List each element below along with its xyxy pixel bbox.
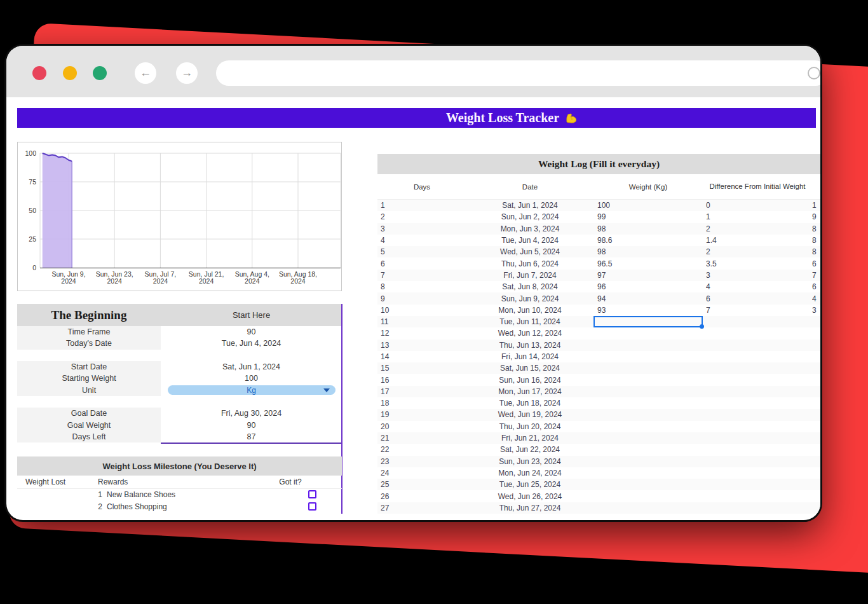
reward-name[interactable]: New Balance Shoes <box>107 490 175 499</box>
field-value[interactable] <box>161 350 342 361</box>
cell-date[interactable]: Sat, Jun 8, 2024 <box>466 282 593 291</box>
cell-difference[interactable]: 6 <box>703 294 812 303</box>
cell-weight[interactable] <box>593 351 703 362</box>
cell-date[interactable]: Thu, Jun 27, 2024 <box>466 504 593 512</box>
minimize-window-button[interactable] <box>63 66 77 80</box>
cell-date[interactable]: Sun, Jun 23, 2024 <box>466 457 593 466</box>
cell-weight[interactable] <box>593 340 703 351</box>
field-value[interactable]: 100 <box>161 373 342 384</box>
cell-date[interactable]: Sun, Jun 16, 2024 <box>466 376 593 385</box>
field-value[interactable]: 87 <box>161 431 342 443</box>
cell-day[interactable]: 14 <box>377 352 466 361</box>
cell-weight[interactable]: 94 <box>593 292 703 304</box>
cell-day[interactable]: 27 <box>377 504 466 512</box>
cell-day[interactable]: 21 <box>377 434 466 443</box>
cell-difference[interactable]: 2 <box>703 247 812 256</box>
cell-date[interactable]: Sun, Jun 2, 2024 <box>466 212 593 221</box>
cell-difference[interactable]: 1 <box>703 212 812 221</box>
cell-date[interactable]: Tue, Jun 25, 2024 <box>466 480 593 489</box>
cell-date[interactable]: Sat, Jun 1, 2024 <box>466 201 593 210</box>
cell-day[interactable]: 6 <box>377 259 466 268</box>
cell-date[interactable]: Fri, Jun 14, 2024 <box>466 352 593 361</box>
cell-weight[interactable]: 96.5 <box>593 257 703 269</box>
cell-weight[interactable]: 96 <box>593 281 703 292</box>
cell-date[interactable]: Sat, Jun 22, 2024 <box>466 445 593 454</box>
cell-date[interactable]: Thu, Jun 6, 2024 <box>466 259 593 268</box>
cell-day[interactable]: 25 <box>377 480 466 489</box>
cell-weight[interactable]: 99 <box>593 211 703 223</box>
cell-weight[interactable] <box>593 432 703 444</box>
close-window-button[interactable] <box>32 66 46 80</box>
cell-day[interactable]: 17 <box>377 387 466 396</box>
cell-day[interactable]: 16 <box>377 376 466 385</box>
cell-difference[interactable]: 7 <box>703 306 812 315</box>
cell-day[interactable]: 11 <box>377 317 466 326</box>
cell-difference[interactable]: 3.5 <box>703 259 812 268</box>
cell-date[interactable]: Tue, Jun 4, 2024 <box>466 236 593 245</box>
cell-date[interactable]: Mon, Jun 3, 2024 <box>466 224 593 233</box>
cell-day[interactable]: 10 <box>377 306 466 315</box>
cell-weight[interactable]: 97 <box>593 270 703 281</box>
cell-weight[interactable]: 98 <box>593 246 703 257</box>
field-value[interactable]: Sat, Jun 1, 2024 <box>161 361 342 373</box>
selected-cell[interactable] <box>593 316 703 327</box>
cell-date[interactable]: Mon, Jun 10, 2024 <box>466 306 593 315</box>
cell-difference[interactable]: 3 <box>703 271 812 280</box>
cell-weight[interactable]: 93 <box>593 305 703 316</box>
cell-day[interactable]: 2 <box>377 212 466 221</box>
cell-day[interactable]: 15 <box>377 364 466 373</box>
url-bar[interactable] <box>216 60 820 86</box>
cell-day[interactable]: 24 <box>377 469 466 477</box>
unit-dropdown[interactable]: Kg <box>168 385 336 395</box>
cell-date[interactable]: Thu, Jun 20, 2024 <box>466 422 593 431</box>
cell-difference[interactable]: 2 <box>703 224 812 233</box>
cell-date[interactable]: Fri, Jun 21, 2024 <box>466 434 593 443</box>
forward-button[interactable]: → <box>176 62 198 84</box>
cell-weight[interactable] <box>593 421 703 432</box>
cell-weight[interactable]: 98.6 <box>593 235 703 246</box>
cell-date[interactable]: Mon, Jun 24, 2024 <box>466 469 593 477</box>
cell-day[interactable]: 19 <box>377 410 466 419</box>
cell-day[interactable]: 23 <box>377 457 466 466</box>
field-value[interactable]: Tue, Jun 4, 2024 <box>161 338 342 349</box>
cell-day[interactable]: 8 <box>377 282 466 291</box>
cell-day[interactable]: 7 <box>377 271 466 280</box>
cell-date[interactable]: Wed, Jun 26, 2024 <box>466 492 593 501</box>
cell-weight[interactable] <box>593 374 703 385</box>
cell-weight[interactable] <box>593 397 703 409</box>
field-value[interactable]: 90 <box>161 419 342 430</box>
cell-weight[interactable] <box>593 327 703 339</box>
search-icon[interactable] <box>808 67 820 79</box>
cell-date[interactable]: Mon, Jun 17, 2024 <box>466 387 593 396</box>
cell-weight[interactable]: 100 <box>593 200 703 211</box>
reward-name[interactable]: Clothes Shopping <box>107 502 167 511</box>
cell-day[interactable]: 5 <box>377 247 466 256</box>
cell-difference[interactable]: 1.4 <box>703 236 812 245</box>
cell-date[interactable]: Sun, Jun 9, 2024 <box>466 294 593 303</box>
cell-weight[interactable] <box>593 467 703 479</box>
cell-weight[interactable] <box>593 490 703 502</box>
cell-date[interactable]: Wed, Jun 19, 2024 <box>466 410 593 419</box>
back-button[interactable]: ← <box>135 62 156 84</box>
cell-weight[interactable] <box>593 316 703 327</box>
cell-date[interactable]: Wed, Jun 12, 2024 <box>466 329 593 338</box>
field-value[interactable] <box>161 396 342 408</box>
cell-weight[interactable] <box>593 362 703 374</box>
maximize-window-button[interactable] <box>93 66 107 80</box>
cell-weight[interactable]: 98 <box>593 223 703 235</box>
cell-day[interactable]: 9 <box>377 294 466 303</box>
cell-day[interactable]: 12 <box>377 329 466 338</box>
cell-weight[interactable] <box>593 444 703 455</box>
cell-weight[interactable] <box>593 409 703 420</box>
cell-date[interactable]: Sat, Jun 15, 2024 <box>466 364 593 373</box>
field-value[interactable]: Kg <box>161 384 342 395</box>
cell-day[interactable]: 3 <box>377 224 466 233</box>
cell-date[interactable]: Fri, Jun 7, 2024 <box>466 271 593 280</box>
cell-date[interactable]: Tue, Jun 18, 2024 <box>466 399 593 408</box>
got-it-checkbox[interactable] <box>308 502 316 511</box>
cell-day[interactable]: 22 <box>377 445 466 454</box>
cell-date[interactable]: Wed, Jun 5, 2024 <box>466 247 593 256</box>
cell-day[interactable]: 18 <box>377 399 466 408</box>
cell-date[interactable]: Tue, Jun 11, 2024 <box>466 317 593 326</box>
cell-day[interactable]: 13 <box>377 341 466 350</box>
